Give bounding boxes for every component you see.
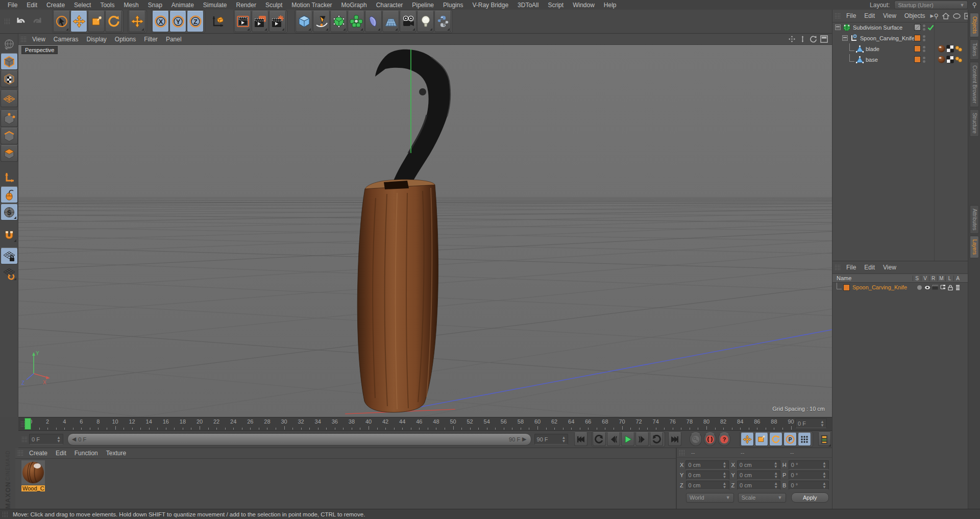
- move-tool[interactable]: [70, 11, 87, 32]
- spinner-icon[interactable]: ▲▼: [723, 472, 727, 479]
- last-used-tool-move[interactable]: [129, 11, 145, 32]
- visibility-dots[interactable]: [923, 46, 925, 52]
- spinner-icon[interactable]: ▲▼: [822, 482, 826, 489]
- transform-mode-dropdown[interactable]: Scale ▼: [738, 493, 786, 503]
- menu-mesh[interactable]: Mesh: [119, 2, 143, 9]
- material-thumbnail[interactable]: [21, 460, 45, 485]
- material-tag[interactable]: [938, 56, 945, 63]
- python-script-button[interactable]: [434, 11, 451, 32]
- knife-blade-object[interactable]: [375, 50, 450, 189]
- uvw-tag[interactable]: [946, 56, 954, 63]
- layout-dropdown[interactable]: Startup (User) ▼: [894, 1, 968, 9]
- coordinates-drag-handle[interactable]: [679, 450, 684, 456]
- subdivision-surface-button[interactable]: [330, 11, 347, 32]
- menu-mograph[interactable]: MoGraph: [337, 2, 372, 9]
- slider-left-arrow-icon[interactable]: ◀: [72, 436, 76, 442]
- material-menu-drag-handle[interactable]: [17, 450, 23, 456]
- search-icon[interactable]: ⚲: [972, 1, 977, 9]
- menu-motion-tracker[interactable]: Motion Tracker: [287, 2, 336, 9]
- spinner-icon[interactable]: ▲▼: [774, 472, 778, 479]
- object-name[interactable]: Subdivision Surface: [853, 24, 902, 31]
- edges-mode-button[interactable]: [1, 128, 18, 144]
- coordinate-space-dropdown[interactable]: World ▼: [686, 493, 734, 503]
- snapping-magnet-button[interactable]: [1, 227, 18, 243]
- menu-overflow-icon[interactable]: ▶: [930, 13, 934, 18]
- menu-edit[interactable]: Edit: [22, 2, 42, 9]
- menu-character[interactable]: Character: [372, 2, 408, 9]
- layer-manager-drag-handle[interactable]: [835, 264, 840, 270]
- pan-view-icon[interactable]: [788, 35, 796, 43]
- rotate-view-icon[interactable]: [810, 35, 817, 43]
- spinner-icon[interactable]: ▲▼: [722, 461, 726, 468]
- end-frame-field[interactable]: 90 F ▲▼: [534, 434, 569, 444]
- visibility-dots[interactable]: [923, 57, 925, 63]
- frame-range-slider[interactable]: ◀ 0 F 90 F ▶: [67, 433, 531, 446]
- material-menu-edit[interactable]: Edit: [52, 450, 70, 457]
- lock-workplane-button[interactable]: [1, 248, 18, 264]
- coordinate-system-button[interactable]: [209, 11, 226, 32]
- animation-toggle[interactable]: [954, 285, 962, 290]
- menu-window[interactable]: Window: [568, 2, 599, 9]
- menu-simulate[interactable]: Simulate: [199, 2, 232, 9]
- layer-color-tag[interactable]: [914, 56, 921, 63]
- slider-right-arrow-icon[interactable]: ▶: [522, 436, 526, 442]
- timeline-frame-box[interactable]: 0 F ▲▼: [795, 418, 827, 428]
- enable-axis-button[interactable]: [1, 169, 18, 186]
- texture-mode-button[interactable]: [1, 70, 18, 87]
- material-item[interactable]: Wood_C: [21, 460, 45, 492]
- pos-x-field[interactable]: 0 cm▲▼: [685, 460, 729, 469]
- lock-x-axis-button[interactable]: X: [152, 11, 169, 32]
- menu-select[interactable]: Select: [69, 2, 95, 9]
- lock-z-axis-button[interactable]: Z: [187, 11, 204, 32]
- display-tag[interactable]: [914, 24, 921, 31]
- status-drag-handle[interactable]: [2, 511, 8, 517]
- record-position-toggle[interactable]: [741, 432, 754, 446]
- spinner-icon[interactable]: ▲▼: [57, 436, 61, 443]
- tree-row-subdivision-surface[interactable]: Subdivision Surface: [832, 22, 968, 33]
- rot-h-field[interactable]: 0 °▲▼: [789, 460, 829, 469]
- workplane-options-button[interactable]: [1, 265, 18, 282]
- menu-animate[interactable]: Animate: [167, 2, 199, 9]
- visibility-toggle[interactable]: [923, 285, 931, 290]
- next-frame-button[interactable]: [635, 432, 649, 446]
- solo-toggle[interactable]: [916, 285, 923, 290]
- lock-y-axis-button[interactable]: Y: [169, 11, 186, 32]
- spinner-icon[interactable]: ▲▼: [562, 436, 566, 443]
- mograph-cloner-button[interactable]: [348, 11, 364, 32]
- current-frame-marker[interactable]: [24, 418, 31, 430]
- record-rotation-toggle[interactable]: [769, 432, 782, 446]
- material-menu-function[interactable]: Function: [70, 450, 102, 457]
- tab-objects[interactable]: Objects: [970, 13, 979, 37]
- spinner-icon[interactable]: ▲▼: [822, 472, 826, 479]
- phong-tag[interactable]: [955, 56, 963, 63]
- camera-label[interactable]: Perspective: [21, 46, 58, 54]
- visibility-dots[interactable]: [923, 35, 925, 41]
- tab-structure[interactable]: Structure: [970, 109, 979, 137]
- rot-p-field[interactable]: 0 °▲▼: [789, 471, 829, 480]
- start-frame-field[interactable]: 0 F ▲▼: [29, 434, 63, 444]
- menu-sculpt[interactable]: Sculpt: [261, 2, 287, 9]
- render-toggle[interactable]: [931, 285, 939, 290]
- menu-help[interactable]: Help: [599, 2, 621, 9]
- model-mode-button[interactable]: [1, 53, 18, 70]
- toolbar-drag-handle[interactable]: [4, 18, 10, 24]
- add-light-button[interactable]: [417, 11, 434, 32]
- tab-content-browser[interactable]: Content Browser: [970, 62, 979, 107]
- layer-name[interactable]: Spoon_Carving_Knife: [852, 284, 916, 290]
- home-icon[interactable]: [942, 13, 949, 19]
- menu-v-ray-bridge[interactable]: V-Ray Bridge: [468, 2, 513, 9]
- phong-tag[interactable]: [955, 45, 963, 53]
- previous-frame-button[interactable]: [607, 432, 620, 446]
- menu-script[interactable]: Script: [543, 2, 568, 9]
- pos-z-field[interactable]: 0 cm▲▼: [686, 481, 729, 490]
- scale-x-field[interactable]: 0 cm▲▼: [737, 460, 780, 469]
- enabled-check-icon[interactable]: [927, 24, 934, 31]
- menu-tools[interactable]: Tools: [95, 2, 119, 9]
- menu-3dtoall[interactable]: 3DToAll: [513, 2, 543, 9]
- viewport-menu-display[interactable]: Display: [82, 36, 110, 43]
- zoom-view-icon[interactable]: [799, 35, 806, 43]
- visibility-dots[interactable]: [923, 24, 925, 31]
- object-name[interactable]: blade: [866, 46, 879, 52]
- material-name-label[interactable]: Wood_C: [21, 485, 45, 491]
- object-name[interactable]: Spoon_Carving_Knife: [860, 35, 915, 41]
